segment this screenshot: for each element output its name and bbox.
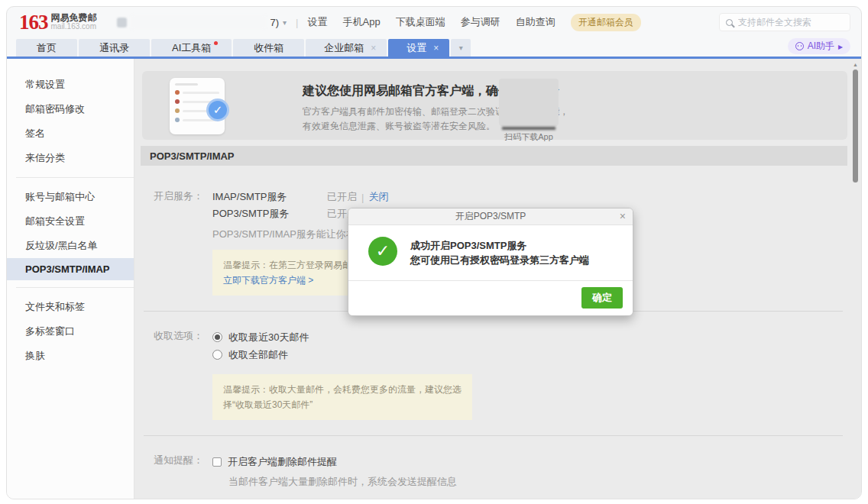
dialog-title-bar[interactable]: 开启POP3/SMTP × [348, 208, 633, 225]
settings-sidebar: 常规设置 邮箱密码修改 签名 来信分类 账号与邮箱中心 邮箱安全设置 反垃圾/黑… [7, 59, 134, 499]
sidebar-item-pop3-smtp-imap[interactable]: POP3/SMTP/IMAP [7, 258, 134, 280]
nav-link-self-service[interactable]: 自助查询 [516, 15, 555, 29]
sidebar-item-multi-tab[interactable]: 多标签窗口 [7, 319, 134, 344]
search-icon [726, 19, 733, 26]
qr-download-block: 扫码下载App [498, 79, 559, 143]
vertical-scrollbar[interactable]: ▲ [852, 62, 859, 494]
account-email-suffix: 7) [270, 17, 280, 28]
sidebar-item-incoming-classification[interactable]: 来信分类 [7, 146, 134, 170]
sidebar-item-general[interactable]: 常规设置 [7, 73, 134, 97]
dialog-close-icon[interactable]: × [620, 210, 626, 222]
fetch-options-label: 收取选项： [142, 328, 203, 420]
nav-link-mobile-app[interactable]: 手机App [342, 15, 380, 29]
nav-link-desktop-download[interactable]: 下载桌面端 [396, 15, 445, 29]
shield-check-icon: ✓ [206, 99, 229, 121]
pop3-smtp-success-dialog: 开启POP3/SMTP × ✓ 成功开启POP3/SMTP服务 您可使用已有授权… [348, 208, 633, 316]
chevron-down-icon[interactable]: ▾ [283, 18, 287, 27]
success-check-icon: ✓ [368, 237, 397, 266]
notify-label: 通知提醒： [142, 453, 203, 489]
tab-bar: 首页 通讯录 AI工具箱 收件箱 企业邮箱× 设置× ▾ AI助手 ▸ [7, 37, 861, 57]
tab-home[interactable]: 首页 [16, 39, 77, 57]
sidebar-item-antispam[interactable]: 反垃圾/黑白名单 [7, 234, 134, 258]
sidebar-item-skin[interactable]: 换肤 [7, 344, 134, 368]
sidebar-item-signature[interactable]: 签名 [7, 121, 134, 146]
delete-reminder-checkbox-row[interactable]: 开启客户端删除邮件提醒 [212, 453, 457, 470]
radio-unselected-icon[interactable] [212, 350, 222, 360]
dialog-footer: 确定 [348, 280, 633, 315]
account-email-redacted [131, 15, 267, 30]
enable-service-label: 开启服务： [142, 189, 203, 296]
fetch-options-row: 收取选项： 收取最近30天邮件 收取全部邮件 温馨提示：收取大量邮件，会耗费您更… [142, 328, 847, 420]
vip-membership-badge[interactable]: 开通邮箱会员 [571, 14, 641, 31]
close-icon[interactable]: × [371, 43, 376, 53]
logo-text: 网易免费邮 mail.163.com [51, 13, 97, 32]
section-divider [144, 435, 843, 436]
dialog-body: ✓ 成功开启POP3/SMTP服务 您可使用已有授权密码登录第三方客户端 [348, 225, 633, 280]
header-separator: | [296, 17, 298, 28]
163-logo[interactable]: 163 网易免费邮 mail.163.com [19, 12, 97, 32]
imap-smtp-status: 已开启 [327, 190, 357, 204]
checkbox-unchecked-icon[interactable] [212, 457, 222, 467]
official-client-banner: ✓ 建议您使用网易邮箱官方客户端，确保邮箱安全 官方客户端具有邮件加密传输、邮箱… [142, 71, 847, 140]
tab-ai-toolbox[interactable]: AI工具箱 [151, 39, 232, 57]
sidebar-divider [16, 177, 134, 178]
tab-enterprise-mail[interactable]: 企业邮箱× [306, 39, 387, 57]
account-menu[interactable]: 7) ▾ [117, 15, 287, 30]
scrollbar-thumb[interactable] [853, 69, 858, 183]
chevron-down-icon: ▾ [459, 44, 463, 52]
fetch-warning-box: 温馨提示：收取大量邮件，会耗费您更多的流量，建议您选择“收取最近30天邮件” [212, 374, 472, 420]
qr-label: 扫码下载App [498, 131, 559, 143]
nav-link-settings[interactable]: 设置 [307, 15, 327, 29]
confirm-button[interactable]: 确定 [581, 287, 623, 309]
nav-link-survey[interactable]: 参与调研 [461, 15, 500, 29]
logo-domain: mail.163.com [51, 22, 97, 31]
dialog-title: 开启POP3/SMTP [455, 210, 526, 223]
sidebar-divider [16, 287, 134, 288]
sidebar-item-security[interactable]: 邮箱安全设置 [7, 209, 134, 234]
arrow-right-icon: ▸ [838, 41, 843, 52]
mail-search-box[interactable] [719, 13, 850, 31]
ai-assistant-button[interactable]: AI助手 ▸ [788, 38, 850, 54]
tab-inbox[interactable]: 收件箱 [233, 39, 304, 57]
imap-smtp-close-link[interactable]: 关闭 [368, 190, 388, 204]
tab-overflow-button[interactable]: ▾ [451, 39, 471, 57]
radio-selected-icon[interactable] [212, 332, 222, 342]
notify-description: 当邮件客户端大量删除邮件时，系统会发送提醒信息 [212, 475, 457, 489]
close-icon[interactable]: × [433, 43, 439, 53]
notify-row: 通知提醒： 开启客户端删除邮件提醒 当邮件客户端大量删除邮件时，系统会发送提醒信… [142, 453, 847, 489]
imap-smtp-service-name: IMAP/SMTP服务 [212, 190, 327, 204]
search-input[interactable] [738, 17, 837, 27]
logo-number: 163 [19, 12, 48, 32]
section-header-pop3-smtp-imap: POP3/SMTP/IMAP [141, 146, 847, 166]
sidebar-item-folders-tags[interactable]: 文件夹和标签 [7, 295, 134, 319]
imap-smtp-service-row: IMAP/SMTP服务 已开启 | 关闭 [212, 189, 481, 205]
ai-face-icon [795, 42, 804, 50]
qr-code-image [499, 79, 559, 126]
qr-caption-redacted [502, 127, 555, 130]
pop3-smtp-service-name: POP3/SMTP服务 [212, 207, 327, 221]
dialog-message-line1: 成功开启POP3/SMTP服务 [410, 238, 589, 253]
tab-settings[interactable]: 设置× [388, 39, 449, 57]
logo-brand: 网易免费邮 [51, 13, 97, 22]
notification-dot-icon [214, 41, 218, 45]
radio-all-mail[interactable]: 收取全部邮件 [212, 346, 472, 363]
dialog-message-line2: 您可使用已有授权密码登录第三方客户端 [410, 253, 589, 267]
sidebar-item-password-change[interactable]: 邮箱密码修改 [7, 97, 134, 121]
top-header: 163 网易免费邮 mail.163.com 7) ▾ | 设置 手机App 下… [7, 7, 861, 37]
account-avatar-icon [117, 18, 127, 27]
download-official-client-link[interactable]: 立即下载官方客户端 > [223, 275, 313, 286]
radio-last-30-days[interactable]: 收取最近30天邮件 [212, 328, 472, 346]
scroll-up-arrow-icon[interactable]: ▲ [852, 62, 859, 67]
sidebar-item-account-center[interactable]: 账号与邮箱中心 [7, 185, 134, 209]
tab-contacts[interactable]: 通讯录 [79, 39, 150, 57]
